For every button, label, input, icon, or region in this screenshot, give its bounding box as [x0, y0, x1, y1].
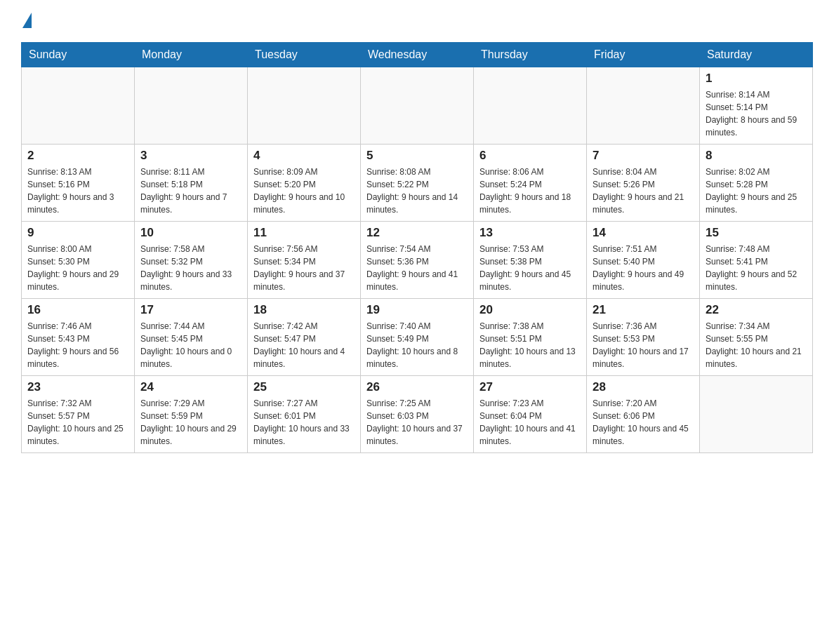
day-number: 20 [479, 303, 581, 317]
day-info: Sunrise: 8:11 AMSunset: 5:18 PMDaylight:… [140, 166, 241, 216]
day-cell: 26Sunrise: 7:25 AMSunset: 6:03 PMDayligh… [361, 376, 474, 453]
day-cell: 28Sunrise: 7:20 AMSunset: 6:06 PMDayligh… [587, 376, 700, 453]
col-header-friday: Friday [587, 43, 700, 67]
logo [21, 14, 32, 29]
day-cell: 17Sunrise: 7:44 AMSunset: 5:45 PMDayligh… [135, 299, 248, 376]
day-info: Sunrise: 7:46 AMSunset: 5:43 PMDaylight:… [27, 320, 128, 370]
day-info: Sunrise: 8:09 AMSunset: 5:20 PMDaylight:… [253, 166, 355, 216]
day-info: Sunrise: 7:42 AMSunset: 5:47 PMDaylight:… [253, 320, 355, 370]
day-info: Sunrise: 7:27 AMSunset: 6:01 PMDaylight:… [253, 397, 355, 448]
day-cell [587, 67, 700, 145]
day-number: 3 [140, 149, 241, 163]
day-number: 12 [366, 226, 468, 240]
day-cell: 12Sunrise: 7:54 AMSunset: 5:36 PMDayligh… [361, 222, 474, 299]
day-cell: 11Sunrise: 7:56 AMSunset: 5:34 PMDayligh… [248, 222, 361, 299]
day-number: 11 [253, 226, 355, 240]
day-number: 15 [706, 226, 807, 240]
day-info: Sunrise: 7:53 AMSunset: 5:38 PMDaylight:… [479, 243, 581, 293]
day-cell: 25Sunrise: 7:27 AMSunset: 6:01 PMDayligh… [248, 376, 361, 453]
day-number: 18 [253, 303, 355, 317]
day-number: 22 [706, 303, 807, 317]
day-cell [135, 67, 248, 145]
day-number: 6 [479, 149, 581, 163]
day-info: Sunrise: 7:54 AMSunset: 5:36 PMDaylight:… [366, 243, 468, 293]
day-info: Sunrise: 7:40 AMSunset: 5:49 PMDaylight:… [366, 320, 468, 370]
day-cell: 19Sunrise: 7:40 AMSunset: 5:49 PMDayligh… [361, 299, 474, 376]
day-cell [248, 67, 361, 145]
day-cell: 9Sunrise: 8:00 AMSunset: 5:30 PMDaylight… [22, 222, 135, 299]
day-info: Sunrise: 7:34 AMSunset: 5:55 PMDaylight:… [706, 320, 807, 370]
day-cell: 1Sunrise: 8:14 AMSunset: 5:14 PMDaylight… [700, 67, 813, 145]
day-cell: 15Sunrise: 7:48 AMSunset: 5:41 PMDayligh… [700, 222, 813, 299]
day-number: 9 [27, 226, 128, 240]
day-info: Sunrise: 7:56 AMSunset: 5:34 PMDaylight:… [253, 243, 355, 293]
day-number: 24 [140, 380, 241, 394]
day-info: Sunrise: 7:20 AMSunset: 6:06 PMDaylight:… [593, 397, 694, 448]
day-info: Sunrise: 8:14 AMSunset: 5:14 PMDaylight:… [706, 88, 807, 139]
day-cell: 2Sunrise: 8:13 AMSunset: 5:16 PMDaylight… [22, 145, 135, 222]
day-info: Sunrise: 8:02 AMSunset: 5:28 PMDaylight:… [706, 166, 807, 216]
day-info: Sunrise: 8:00 AMSunset: 5:30 PMDaylight:… [27, 243, 128, 293]
day-cell: 16Sunrise: 7:46 AMSunset: 5:43 PMDayligh… [22, 299, 135, 376]
day-info: Sunrise: 7:23 AMSunset: 6:04 PMDaylight:… [479, 397, 581, 448]
day-info: Sunrise: 7:32 AMSunset: 5:57 PMDaylight:… [27, 397, 128, 448]
day-info: Sunrise: 8:13 AMSunset: 5:16 PMDaylight:… [27, 166, 128, 216]
day-number: 13 [479, 226, 581, 240]
day-cell: 22Sunrise: 7:34 AMSunset: 5:55 PMDayligh… [700, 299, 813, 376]
day-number: 4 [253, 149, 355, 163]
day-cell [474, 67, 587, 145]
day-cell: 14Sunrise: 7:51 AMSunset: 5:40 PMDayligh… [587, 222, 700, 299]
day-cell: 23Sunrise: 7:32 AMSunset: 5:57 PMDayligh… [22, 376, 135, 453]
day-number: 28 [593, 380, 694, 394]
col-header-thursday: Thursday [474, 43, 587, 67]
col-header-wednesday: Wednesday [361, 43, 474, 67]
day-number: 7 [593, 149, 694, 163]
day-info: Sunrise: 7:36 AMSunset: 5:53 PMDaylight:… [593, 320, 694, 370]
logo-triangle-icon [22, 13, 32, 28]
week-row-3: 9Sunrise: 8:00 AMSunset: 5:30 PMDaylight… [22, 222, 813, 299]
day-cell: 21Sunrise: 7:36 AMSunset: 5:53 PMDayligh… [587, 299, 700, 376]
header-row: SundayMondayTuesdayWednesdayThursdayFrid… [22, 43, 813, 67]
day-info: Sunrise: 8:06 AMSunset: 5:24 PMDaylight:… [479, 166, 581, 216]
col-header-monday: Monday [135, 43, 248, 67]
day-number: 21 [593, 303, 694, 317]
week-row-1: 1Sunrise: 8:14 AMSunset: 5:14 PMDaylight… [22, 67, 813, 145]
day-number: 16 [27, 303, 128, 317]
day-cell: 13Sunrise: 7:53 AMSunset: 5:38 PMDayligh… [474, 222, 587, 299]
day-info: Sunrise: 7:48 AMSunset: 5:41 PMDaylight:… [706, 243, 807, 293]
day-cell: 18Sunrise: 7:42 AMSunset: 5:47 PMDayligh… [248, 299, 361, 376]
day-info: Sunrise: 7:51 AMSunset: 5:40 PMDaylight:… [593, 243, 694, 293]
day-number: 10 [140, 226, 241, 240]
day-info: Sunrise: 7:58 AMSunset: 5:32 PMDaylight:… [140, 243, 241, 293]
day-number: 26 [366, 380, 468, 394]
day-number: 1 [706, 72, 807, 86]
day-info: Sunrise: 7:38 AMSunset: 5:51 PMDaylight:… [479, 320, 581, 370]
day-number: 25 [253, 380, 355, 394]
week-row-4: 16Sunrise: 7:46 AMSunset: 5:43 PMDayligh… [22, 299, 813, 376]
day-info: Sunrise: 7:44 AMSunset: 5:45 PMDaylight:… [140, 320, 241, 370]
day-cell: 4Sunrise: 8:09 AMSunset: 5:20 PMDaylight… [248, 145, 361, 222]
day-number: 27 [479, 380, 581, 394]
week-row-2: 2Sunrise: 8:13 AMSunset: 5:16 PMDaylight… [22, 145, 813, 222]
calendar-table: SundayMondayTuesdayWednesdayThursdayFrid… [21, 42, 813, 453]
day-info: Sunrise: 7:25 AMSunset: 6:03 PMDaylight:… [366, 397, 468, 448]
col-header-saturday: Saturday [700, 43, 813, 67]
day-number: 5 [366, 149, 468, 163]
day-cell: 27Sunrise: 7:23 AMSunset: 6:04 PMDayligh… [474, 376, 587, 453]
day-cell: 6Sunrise: 8:06 AMSunset: 5:24 PMDaylight… [474, 145, 587, 222]
day-cell: 20Sunrise: 7:38 AMSunset: 5:51 PMDayligh… [474, 299, 587, 376]
day-info: Sunrise: 8:08 AMSunset: 5:22 PMDaylight:… [366, 166, 468, 216]
day-cell: 8Sunrise: 8:02 AMSunset: 5:28 PMDaylight… [700, 145, 813, 222]
day-info: Sunrise: 7:29 AMSunset: 5:59 PMDaylight:… [140, 397, 241, 448]
day-info: Sunrise: 8:04 AMSunset: 5:26 PMDaylight:… [593, 166, 694, 216]
page-header [21, 14, 813, 29]
day-number: 14 [593, 226, 694, 240]
day-cell [700, 376, 813, 453]
day-number: 23 [27, 380, 128, 394]
day-cell: 3Sunrise: 8:11 AMSunset: 5:18 PMDaylight… [135, 145, 248, 222]
day-number: 19 [366, 303, 468, 317]
week-row-5: 23Sunrise: 7:32 AMSunset: 5:57 PMDayligh… [22, 376, 813, 453]
col-header-tuesday: Tuesday [248, 43, 361, 67]
day-cell: 5Sunrise: 8:08 AMSunset: 5:22 PMDaylight… [361, 145, 474, 222]
day-cell: 24Sunrise: 7:29 AMSunset: 5:59 PMDayligh… [135, 376, 248, 453]
